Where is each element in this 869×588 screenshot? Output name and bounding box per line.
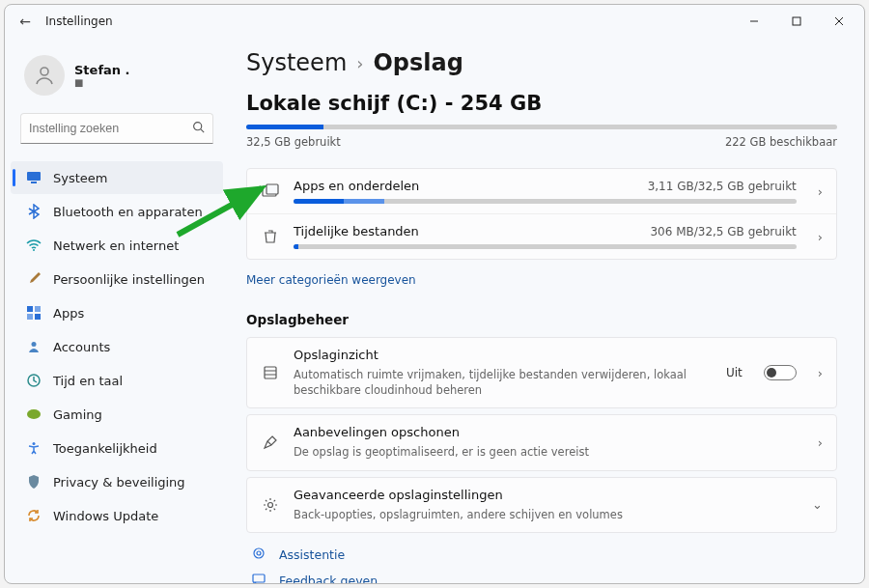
sidebar-item-apps[interactable]: Apps [11, 296, 223, 329]
sidebar-item-label: Privacy & beveiliging [53, 475, 185, 490]
sidebar-item-label: Tijd en taal [53, 374, 123, 388]
svg-rect-13 [35, 314, 41, 320]
svg-point-23 [268, 502, 273, 507]
update-icon [26, 508, 42, 523]
advanced-storage-row[interactable]: Geavanceerde opslaginstellingen Back-upo… [246, 477, 837, 534]
settings-window: ← Instellingen Stefan . ■ [4, 4, 865, 584]
svg-rect-1 [793, 17, 800, 25]
sidebar-item-bluetooth[interactable]: Bluetooth en apparaten [11, 195, 223, 228]
sidebar-item-accessibility[interactable]: Toegankelijkheid [11, 432, 223, 464]
search-icon [192, 121, 205, 136]
storage-categories-group: Apps en onderdelen 3,11 GB/32,5 GB gebru… [246, 168, 837, 260]
category-temp-files[interactable]: Tijdelijke bestanden 306 MB/32,5 GB gebr… [247, 213, 836, 259]
sidebar-item-label: Bluetooth en apparaten [53, 205, 203, 219]
close-icon [834, 16, 844, 26]
svg-point-16 [27, 409, 41, 419]
svg-point-5 [194, 123, 202, 130]
svg-rect-12 [27, 314, 33, 320]
trash-icon [261, 229, 280, 244]
maximize-button[interactable] [775, 7, 818, 36]
get-help-link[interactable]: Assistentie [246, 546, 837, 563]
cleanup-title: Aanbevelingen opschonen [294, 425, 797, 439]
advanced-title: Geavanceerde opslaginstellingen [294, 488, 791, 502]
category-bar [294, 244, 797, 249]
sidebar-item-privacy[interactable]: Privacy & beveiliging [11, 465, 223, 498]
titlebar: ← Instellingen [5, 5, 864, 38]
display-icon [26, 170, 42, 185]
storage-sense-row[interactable]: Opslaginzicht Automatisch ruimte vrijmak… [246, 337, 837, 408]
sidebar-item-system[interactable]: Systeem [11, 161, 223, 194]
sidebar-item-label: Gaming [53, 407, 102, 422]
help-label: Assistentie [279, 547, 345, 562]
sidebar-item-accounts[interactable]: Accounts [11, 330, 223, 363]
chevron-right-icon: › [818, 435, 823, 450]
svg-rect-7 [27, 172, 41, 181]
bluetooth-icon [26, 204, 42, 219]
give-feedback-link[interactable]: Feedback geven [246, 573, 837, 583]
drive-used-label: 32,5 GB gebruikt [246, 135, 341, 149]
category-apps-features[interactable]: Apps en onderdelen 3,11 GB/32,5 GB gebru… [247, 169, 836, 213]
svg-rect-19 [266, 184, 278, 194]
category-bar [294, 199, 797, 204]
toggle-state-label: Uit [726, 366, 743, 379]
nav-list: Systeem Bluetooth en apparaten Netwerk e… [11, 161, 223, 532]
svg-point-9 [33, 249, 35, 251]
apps-icon [26, 305, 42, 321]
minimize-icon [749, 16, 759, 26]
broom-icon [261, 434, 280, 450]
accounts-icon [26, 339, 42, 354]
sidebar-item-network[interactable]: Netwerk en internet [11, 229, 223, 262]
clock-icon [26, 373, 42, 388]
svg-rect-20 [265, 367, 276, 378]
chevron-right-icon: › [356, 53, 363, 73]
sidebar-item-time-language[interactable]: Tijd en taal [11, 364, 223, 397]
sidebar-item-label: Toegankelijkheid [53, 441, 157, 456]
sidebar-item-gaming[interactable]: Gaming [11, 398, 223, 431]
search-input[interactable] [29, 122, 192, 135]
show-more-categories-link[interactable]: Meer categorieën weergeven [246, 273, 416, 287]
sidebar-item-windows-update[interactable]: Windows Update [11, 499, 223, 532]
svg-point-25 [257, 551, 261, 555]
window-title: Instellingen [45, 14, 113, 28]
help-icon [252, 546, 267, 563]
gear-icon [261, 497, 280, 513]
close-button[interactable] [818, 7, 860, 36]
avatar [24, 55, 65, 96]
storage-sense-toggle[interactable] [764, 365, 797, 380]
chevron-right-icon: › [818, 366, 823, 380]
sidebar-item-label: Apps [53, 306, 84, 321]
svg-rect-11 [35, 306, 41, 312]
category-usage: 3,11 GB/32,5 GB gebruikt [648, 180, 797, 193]
category-usage: 306 MB/32,5 GB gebruikt [650, 225, 796, 238]
svg-point-17 [33, 442, 36, 445]
svg-point-24 [254, 548, 264, 558]
storage-sense-sub: Automatisch ruimte vrijmaken, tijdelijke… [294, 368, 713, 398]
storage-management-heading: Opslagbeheer [246, 312, 837, 327]
user-name: Stefan . [74, 63, 130, 77]
help-links: Assistentie Feedback geven [246, 546, 837, 583]
advanced-sub: Back-upopties, opslagruimten, andere sch… [294, 508, 791, 523]
sidebar-item-personalization[interactable]: Persoonlijke instellingen [11, 263, 223, 295]
sidebar-item-label: Netwerk en internet [53, 238, 179, 253]
sidebar-item-label: Persoonlijke instellingen [53, 272, 205, 287]
drive-title: Lokale schijf (C:) - 254 GB [246, 92, 837, 115]
drive-usage-bar [246, 125, 837, 129]
search-box[interactable] [20, 113, 213, 144]
wifi-icon [26, 238, 42, 253]
storage-sense-icon [261, 365, 280, 380]
chevron-down-icon: ⌄ [812, 497, 823, 512]
svg-line-6 [201, 129, 204, 132]
brush-icon [26, 271, 42, 287]
category-title: Apps en onderdelen [294, 179, 419, 193]
cleanup-recommendations-row[interactable]: Aanbevelingen opschonen De opslag is geo… [246, 414, 837, 471]
back-button[interactable]: ← [9, 14, 42, 29]
user-profile[interactable]: Stefan . ■ [11, 45, 223, 109]
category-title: Tijdelijke bestanden [294, 224, 419, 238]
maximize-icon [792, 16, 801, 26]
drive-free-label: 222 GB beschikbaar [725, 135, 837, 149]
svg-point-4 [41, 68, 48, 75]
breadcrumb-root[interactable]: Systeem [246, 49, 347, 76]
chevron-right-icon: › [818, 184, 823, 199]
svg-rect-10 [27, 306, 33, 312]
minimize-button[interactable] [733, 7, 775, 36]
